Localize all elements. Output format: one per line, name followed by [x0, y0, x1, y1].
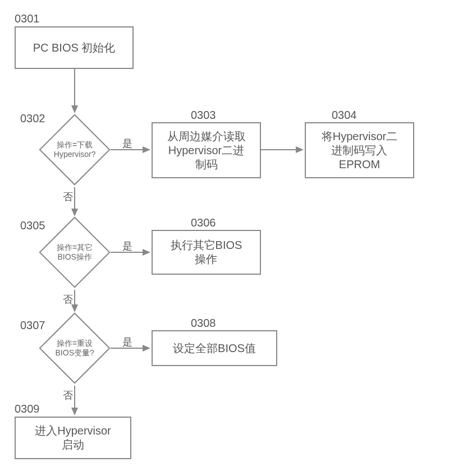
yes-label: 是 — [122, 335, 132, 349]
process-box-0304: 将Hypervisor二进制码写入EPROM — [305, 122, 414, 178]
diamond-text: 操作=其它BIOS操作 — [51, 243, 99, 262]
ref-0302: 0302 — [20, 112, 45, 125]
box-text: 设定全部BIOS值 — [173, 341, 256, 355]
no-label: 否 — [63, 293, 73, 306]
ref-0304: 0304 — [332, 109, 357, 122]
diamond-text: 操作=重设BIOS变量? — [51, 339, 99, 358]
ref-0305: 0305 — [20, 219, 45, 232]
yes-label: 是 — [122, 239, 132, 253]
no-label: 否 — [63, 190, 73, 204]
ref-0303: 0303 — [191, 109, 216, 122]
box-text: 进入Hypervisor启动 — [35, 424, 111, 452]
ref-0309: 0309 — [15, 403, 40, 415]
no-label: 否 — [63, 389, 73, 402]
box-text: 从周边媒介读取Hypervisor二进制码 — [167, 130, 246, 172]
diamond-text: 操作=下载Hypervisor? — [51, 140, 99, 159]
process-box-0301: PC BIOS 初始化 — [15, 26, 134, 69]
ref-0306: 0306 — [191, 216, 216, 229]
box-text: 将Hypervisor二进制码写入EPROM — [322, 130, 398, 172]
process-box-0309: 进入Hypervisor启动 — [15, 417, 131, 459]
ref-0301: 0301 — [15, 12, 40, 25]
process-box-0306: 执行其它BIOS操作 — [152, 230, 261, 275]
process-box-0303: 从周边媒介读取Hypervisor二进制码 — [152, 122, 261, 178]
process-box-0308: 设定全部BIOS值 — [152, 330, 277, 366]
ref-0307: 0307 — [20, 319, 45, 332]
decision-0302: 操作=下载Hypervisor? — [39, 114, 110, 185]
yes-label: 是 — [122, 137, 132, 150]
ref-0308: 0308 — [191, 317, 216, 330]
decision-0307: 操作=重设BIOS变量? — [39, 312, 110, 383]
box-text: 执行其它BIOS操作 — [171, 238, 242, 266]
box-text: PC BIOS 初始化 — [33, 41, 116, 55]
decision-0305: 操作=其它BIOS操作 — [39, 216, 110, 288]
